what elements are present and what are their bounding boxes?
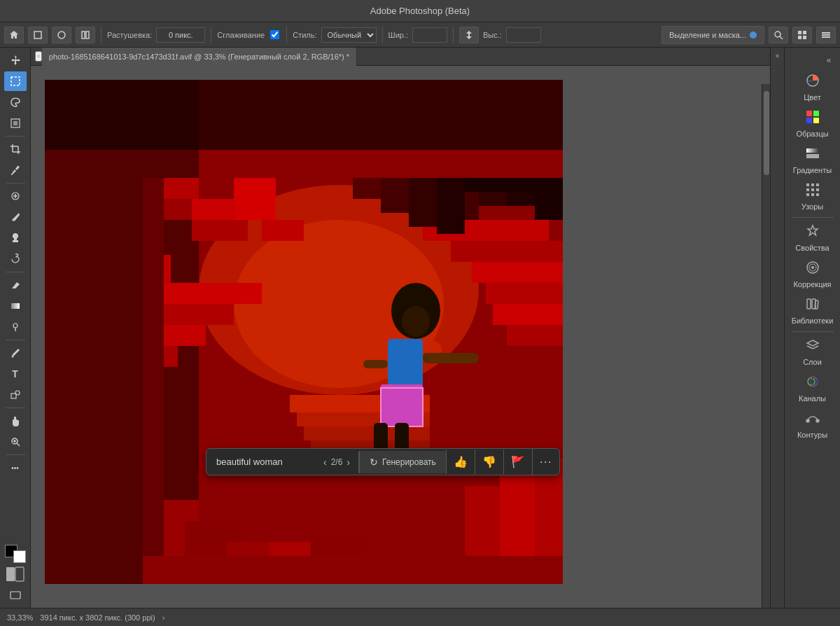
panel-patterns-button[interactable]: Узоры	[788, 179, 837, 214]
style-select[interactable]: Обычный	[321, 27, 377, 43]
photo-canvas: ‹ 2/6 › ↻ Генерировать 👍	[45, 80, 563, 584]
selection-mask-button[interactable]: Выделение и маска...	[662, 26, 764, 44]
panel-color-button[interactable]: Цвет	[788, 70, 837, 105]
svg-rect-106	[806, 183, 809, 186]
thumbup-icon: 👍	[454, 456, 468, 468]
svg-rect-112	[806, 193, 809, 196]
vertical-scrollbar[interactable]	[762, 84, 770, 608]
svg-rect-92	[381, 384, 423, 426]
svg-point-23	[12, 218, 15, 221]
swap-button[interactable]	[459, 27, 479, 43]
marquee-ellipse-button[interactable]	[52, 27, 71, 43]
gen-generate-button[interactable]: ↻ Генерировать	[359, 451, 446, 473]
screen-mode-button[interactable]	[4, 585, 27, 605]
width-input[interactable]	[412, 27, 447, 43]
svg-rect-58	[472, 262, 563, 283]
panel-libraries-button[interactable]: Библиотеки	[788, 293, 837, 328]
gradient-tool[interactable]	[4, 296, 27, 316]
svg-rect-66	[451, 178, 563, 192]
svg-rect-47	[192, 220, 248, 241]
feather-input[interactable]	[156, 27, 205, 43]
gen-prev-button[interactable]: ‹	[321, 452, 330, 472]
swatches-icon	[806, 110, 820, 127]
svg-rect-2	[82, 32, 85, 39]
search-button[interactable]	[769, 27, 788, 43]
marquee-col-button[interactable]	[76, 27, 95, 43]
background-color[interactable]	[13, 550, 26, 563]
pen-tool[interactable]	[4, 343, 27, 363]
more-tools-button[interactable]: •••	[4, 458, 27, 478]
hand-tool[interactable]	[4, 411, 27, 431]
text-tool[interactable]: T	[4, 364, 27, 384]
svg-rect-91	[363, 360, 388, 368]
gen-thumbup-button[interactable]: 👍	[446, 450, 475, 474]
gen-flag-button[interactable]: 🚩	[503, 450, 532, 474]
patterns-label: Узоры	[802, 202, 823, 211]
tool-divider-6	[6, 454, 25, 455]
svg-point-25	[13, 324, 18, 328]
color-swatches[interactable]	[5, 545, 26, 563]
move-tool[interactable]	[4, 50, 27, 70]
svg-point-27	[11, 356, 13, 358]
svg-rect-35	[15, 567, 24, 581]
dimensions: 3914 пикс. x 3802 пикс. (300 ppi)	[40, 613, 155, 622]
svg-rect-52	[150, 283, 262, 304]
panel-gradients-button[interactable]: Градиенты	[788, 143, 837, 178]
marquee-rect-button[interactable]	[28, 27, 48, 43]
stamp-tool[interactable]	[4, 228, 27, 248]
height-input[interactable]	[506, 27, 541, 43]
panel-swatches-button[interactable]: Образцы	[788, 106, 837, 141]
gen-thumbdown-button[interactable]: 👎	[475, 450, 503, 474]
gen-prompt-input[interactable]	[206, 451, 315, 473]
swatches-label: Образцы	[796, 130, 828, 138]
home-button[interactable]	[4, 27, 24, 43]
gen-more-button[interactable]: ···	[532, 449, 559, 475]
svg-line-31	[17, 443, 20, 446]
more-button[interactable]	[816, 27, 836, 43]
marquee-tool[interactable]	[4, 71, 27, 91]
channels-icon	[806, 375, 820, 391]
svg-rect-101	[813, 111, 819, 116]
gen-next-button[interactable]: ›	[344, 452, 353, 472]
lasso-tool[interactable]	[4, 92, 27, 112]
antialias-label: Сглаживание	[217, 31, 265, 39]
file-tab[interactable]: photo-1685168641013-9d7c1473d31f.avif @ …	[42, 48, 357, 66]
dodge-tool[interactable]	[4, 317, 27, 337]
heal-tool[interactable]	[4, 186, 27, 206]
canvas-scroll[interactable]: ‹ 2/6 › ↻ Генерировать 👍	[31, 66, 770, 608]
status-arrow[interactable]: ›	[162, 613, 165, 622]
history-tool[interactable]	[4, 249, 27, 269]
object-select-tool[interactable]	[4, 113, 27, 133]
crop-tool[interactable]	[4, 139, 27, 159]
svg-rect-13	[11, 77, 20, 85]
left-toolbar: T •••	[0, 48, 31, 608]
arrange-button[interactable]	[792, 27, 812, 43]
tab-close-button[interactable]: ×	[35, 51, 42, 62]
eyedropper-tool[interactable]	[4, 160, 27, 180]
panel-paths-button[interactable]: Контуры	[788, 408, 837, 443]
panel-toggle-button[interactable]: «	[820, 52, 837, 69]
zoom-tool[interactable]	[4, 432, 27, 452]
quick-mask-button[interactable]	[4, 564, 27, 584]
svg-rect-61	[507, 325, 563, 346]
canvas-area: × photo-1685168641013-9d7c1473d31f.avif …	[31, 48, 770, 608]
panel-collapse-button[interactable]: «	[770, 48, 784, 608]
brush-tool[interactable]	[4, 207, 27, 227]
correction-icon	[806, 260, 820, 277]
tool-divider-4	[6, 340, 25, 340]
antialias-checkbox[interactable]	[270, 30, 279, 39]
eraser-tool[interactable]	[4, 275, 27, 295]
panel-layers-button[interactable]: Слои	[788, 335, 837, 370]
svg-rect-0	[34, 32, 41, 39]
panel-properties-button[interactable]: Свойства	[788, 221, 837, 256]
svg-rect-59	[486, 283, 563, 304]
patterns-icon	[806, 183, 820, 200]
svg-rect-36	[10, 592, 20, 599]
panel-correction-button[interactable]: Коррекция	[788, 257, 837, 292]
refresh-icon: ↻	[370, 457, 378, 468]
scroll-thumb[interactable]	[764, 91, 769, 175]
svg-rect-48	[234, 178, 276, 220]
shape-tool[interactable]	[4, 385, 27, 405]
svg-rect-8	[798, 36, 802, 39]
panel-channels-button[interactable]: Каналы	[788, 371, 837, 406]
